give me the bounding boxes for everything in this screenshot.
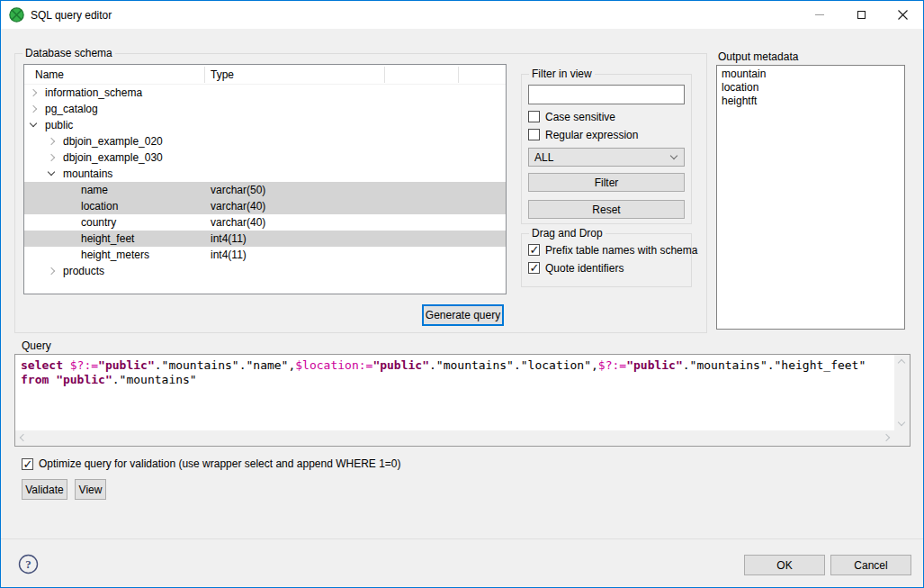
cancel-button[interactable]: Cancel — [830, 555, 911, 575]
reset-button[interactable]: Reset — [528, 200, 685, 219]
column-separator[interactable] — [458, 67, 459, 83]
tree-cell-type: varchar(40) — [211, 200, 265, 213]
query-editor[interactable]: select $?:="public"."mountains"."name",$… — [14, 354, 911, 447]
chevron-expanded-icon[interactable] — [48, 168, 55, 176]
chevron-collapsed-icon[interactable] — [30, 105, 37, 113]
tree-row[interactable]: locationvarchar(40) — [24, 198, 506, 214]
scrollbar-corner — [894, 430, 910, 446]
output-metadata-list[interactable]: mountainlocationheightft — [716, 65, 905, 330]
filter-scope-dropdown[interactable]: ALL — [528, 148, 685, 167]
drag-and-drop-group: Drag and Drop — [521, 233, 692, 287]
chevron-collapsed-icon[interactable] — [48, 138, 55, 145]
tree-row[interactable]: mountains — [24, 166, 506, 182]
column-separator[interactable] — [384, 67, 385, 83]
metadata-item[interactable]: mountain — [722, 68, 900, 81]
close-button[interactable] — [882, 1, 923, 29]
regular-expression-option[interactable]: Regular expression — [528, 128, 638, 141]
help-button[interactable]: ? — [18, 554, 39, 574]
quote-identifiers-label: Quote identifiers — [545, 262, 623, 275]
minimize-button[interactable] — [799, 1, 840, 29]
tree-row[interactable]: height_feetint4(11) — [24, 231, 506, 247]
tree-row[interactable]: countryvarchar(40) — [24, 214, 506, 231]
minimize-icon — [815, 14, 824, 15]
chevron-collapsed-icon[interactable] — [48, 267, 55, 275]
tree-row[interactable]: information_schema — [24, 85, 506, 101]
case-sensitive-label: Case sensitive — [545, 111, 615, 123]
chevron-collapsed-icon[interactable] — [48, 154, 55, 161]
view-button[interactable]: View — [75, 479, 106, 500]
column-header-type[interactable]: Type — [211, 68, 234, 81]
titlebar[interactable]: SQL query editor — [1, 1, 923, 29]
schema-tree-header: Name Type — [24, 65, 506, 85]
tree-cell-type: int4(11) — [211, 249, 247, 261]
regular-expression-checkbox[interactable] — [528, 129, 540, 140]
scroll-right-icon[interactable] — [883, 434, 890, 441]
scroll-up-icon[interactable] — [898, 359, 905, 366]
schema-tree[interactable]: Name Type information_schemapg_catalogpu… — [23, 64, 507, 294]
column-separator[interactable] — [204, 67, 205, 83]
filter-input[interactable] — [528, 85, 685, 104]
optimize-query-label: Optimize query for validation (use wrapp… — [39, 457, 401, 470]
maximize-button[interactable] — [840, 1, 882, 29]
prefix-table-names-checkbox[interactable] — [528, 244, 540, 256]
prefix-table-names-label: Prefix table names with schema — [545, 244, 697, 257]
schema-tree-body: information_schemapg_catalogpublicdbjoin… — [24, 85, 506, 279]
chevron-down-icon — [670, 152, 677, 159]
optimize-query-checkbox[interactable] — [22, 458, 33, 470]
tree-cell-type: varchar(40) — [211, 216, 265, 229]
tree-cell-type: int4(11) — [211, 232, 247, 245]
tree-cell-name: name — [81, 184, 108, 196]
chevron-expanded-icon[interactable] — [30, 120, 37, 127]
metadata-item[interactable]: heightft — [722, 95, 900, 108]
output-metadata-label: Output metadata — [718, 50, 798, 63]
query-text[interactable]: select $?:="public"."mountains"."name",$… — [15, 355, 894, 430]
sql-query-editor-dialog: SQL query editor Database schema Name Ty… — [0, 0, 924, 588]
chevron-collapsed-icon[interactable] — [30, 89, 37, 96]
question-mark-icon: ? — [18, 554, 39, 574]
generate-query-button[interactable]: Generate query — [422, 304, 504, 326]
database-schema-label: Database schema — [22, 47, 115, 59]
tree-cell-name: dbjoin_example_030 — [63, 151, 163, 164]
quote-identifiers-checkbox[interactable] — [528, 262, 540, 274]
drag-and-drop-label: Drag and Drop — [529, 227, 606, 240]
quote-identifiers-option[interactable]: Quote identifiers — [528, 261, 623, 275]
tree-cell-name: dbjoin_example_020 — [63, 135, 163, 148]
validate-button[interactable]: Validate — [22, 479, 67, 500]
tree-cell-name: public — [45, 119, 73, 131]
optimize-query-option[interactable]: Optimize query for validation (use wrapp… — [22, 457, 401, 471]
tree-row[interactable]: height_metersint4(11) — [24, 247, 506, 263]
tree-cell-name: height_meters — [81, 249, 149, 261]
filter-in-view-label: Filter in view — [529, 68, 595, 80]
tree-cell-name: mountains — [63, 167, 112, 180]
tree-row[interactable]: public — [24, 117, 506, 133]
tree-row[interactable]: products — [24, 263, 506, 279]
regular-expression-label: Regular expression — [545, 129, 638, 141]
tree-row[interactable]: dbjoin_example_020 — [24, 133, 506, 149]
horizontal-scrollbar[interactable] — [15, 430, 894, 446]
prefix-table-names-option[interactable]: Prefix table names with schema — [528, 243, 697, 257]
scroll-left-icon[interactable] — [20, 434, 27, 441]
tree-cell-name: height_feet — [81, 232, 134, 245]
close-icon — [898, 10, 908, 20]
clover-app-icon — [9, 7, 24, 23]
case-sensitive-option[interactable]: Case sensitive — [528, 110, 615, 123]
scroll-down-icon[interactable] — [898, 419, 905, 426]
footer-divider — [1, 538, 923, 539]
filter-button[interactable]: Filter — [528, 173, 685, 192]
tree-cell-name: information_schema — [45, 86, 142, 99]
tree-row[interactable]: pg_catalog — [24, 101, 506, 117]
tree-cell-name: location — [81, 200, 118, 213]
case-sensitive-checkbox[interactable] — [528, 111, 540, 122]
column-header-name[interactable]: Name — [35, 68, 64, 81]
tree-row[interactable]: namevarchar(50) — [24, 182, 506, 198]
tree-cell-type: varchar(50) — [211, 184, 265, 196]
ok-button[interactable]: OK — [744, 555, 825, 575]
window-title: SQL query editor — [31, 9, 112, 22]
tree-cell-name: country — [81, 216, 116, 229]
tree-row[interactable]: dbjoin_example_030 — [24, 149, 506, 166]
svg-text:?: ? — [25, 557, 31, 571]
filter-scope-value: ALL — [534, 151, 553, 164]
vertical-scrollbar[interactable] — [894, 355, 910, 430]
metadata-item[interactable]: location — [722, 81, 900, 95]
tree-cell-name: products — [63, 265, 104, 277]
